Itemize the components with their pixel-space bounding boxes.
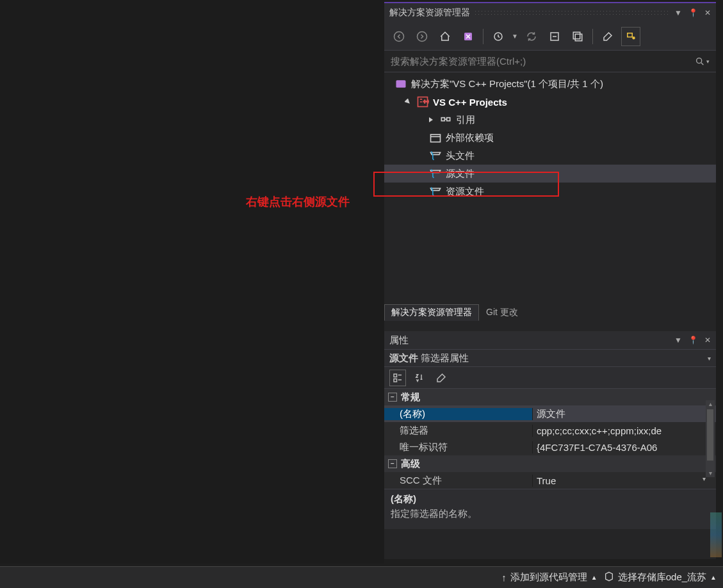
scrollbar[interactable]: ▴ ▾ <box>706 400 715 477</box>
svg-point-9 <box>697 58 702 63</box>
forward-button[interactable] <box>412 27 432 46</box>
statusbar: ↑ 添加到源代码管理 ▲ 选择存储库ode_流苏 ▲ <box>0 566 723 588</box>
alphabetical-button[interactable] <box>411 370 428 386</box>
collapse-icon[interactable]: − <box>388 459 397 468</box>
help-description: 指定筛选器的名称。 <box>391 508 710 520</box>
references-node[interactable]: 引用 <box>384 111 716 129</box>
references-icon <box>439 113 452 126</box>
preview-button[interactable] <box>621 27 640 46</box>
arrow-up-icon: ↑ <box>501 572 507 583</box>
filter-folder-icon <box>429 167 442 180</box>
solution-icon <box>394 78 407 90</box>
collapse-all-button[interactable] <box>545 27 564 46</box>
dropdown-icon[interactable]: ▼ <box>674 336 682 345</box>
svg-rect-15 <box>431 135 441 142</box>
properties-title: 属性 <box>389 334 409 347</box>
pin-icon[interactable]: 📍 <box>688 336 698 345</box>
expand-arrow-icon[interactable] <box>403 97 412 106</box>
folder-icon <box>429 131 442 144</box>
show-all-files-button[interactable] <box>568 27 587 46</box>
prop-filter[interactable]: 筛选器 cpp;c;cc;cxx;c++;cppm;ixx;de <box>384 422 716 439</box>
help-name: (名称) <box>391 493 710 505</box>
repo-icon <box>604 571 614 584</box>
search-input[interactable] <box>391 56 695 67</box>
svg-rect-10 <box>396 80 406 88</box>
svg-point-8 <box>633 37 635 38</box>
panel-title: 解决方案资源管理器 <box>389 7 470 19</box>
caret-icon: ▲ <box>591 574 597 581</box>
svg-rect-13 <box>441 118 444 121</box>
annotation-text: 右键点击右侧源文件 <box>246 194 350 209</box>
prop-scc[interactable]: SCC 文件 True ▾ <box>384 472 716 489</box>
categorized-button[interactable] <box>389 370 406 386</box>
svg-rect-6 <box>575 34 582 41</box>
dropdown-caret[interactable]: ▼ <box>512 33 518 40</box>
category-general[interactable]: − 常规 <box>384 389 716 405</box>
title-grip[interactable] <box>474 10 670 16</box>
add-source-control-button[interactable]: ↑ 添加到源代码管理 ▲ <box>501 571 597 584</box>
tab-git-changes[interactable]: Git 更改 <box>479 304 525 321</box>
dropdown-icon[interactable]: ▼ <box>674 8 682 17</box>
svg-rect-7 <box>628 33 633 37</box>
props-subject-name: 源文件 <box>389 352 418 363</box>
filter-folder-icon <box>429 185 442 198</box>
caret-icon: ▲ <box>710 574 717 581</box>
svg-rect-5 <box>573 32 580 39</box>
pin-icon[interactable]: 📍 <box>688 8 698 17</box>
sources-node[interactable]: 源文件 <box>384 165 716 183</box>
pending-changes-button[interactable] <box>489 27 508 46</box>
prop-name[interactable]: (名称) 源文件 <box>384 405 716 422</box>
svg-rect-16 <box>394 374 397 377</box>
back-button[interactable] <box>389 27 409 46</box>
tab-solution-explorer[interactable]: 解决方案资源管理器 <box>384 304 479 321</box>
collapse-icon[interactable]: − <box>388 393 397 402</box>
wrench-button[interactable] <box>433 370 450 386</box>
collapse-arrow-icon[interactable] <box>426 115 435 124</box>
panel-tabs: 解决方案资源管理器 Git 更改 <box>384 303 716 321</box>
project-node[interactable]: ++ VS C++ Projects <box>384 93 716 111</box>
switch-views-button[interactable] <box>459 27 478 46</box>
solution-toolbar: ▼ <box>384 22 716 51</box>
editor-area <box>0 0 384 564</box>
external-deps-node[interactable]: 外部依赖项 <box>384 129 716 147</box>
subject-dropdown[interactable]: ▾ <box>708 355 711 362</box>
properties-button[interactable] <box>598 27 617 46</box>
svg-text:++: ++ <box>423 99 429 105</box>
svg-point-0 <box>394 31 404 41</box>
category-advanced[interactable]: − 高级 <box>384 455 716 472</box>
resources-node[interactable]: 资源文件 <box>384 183 716 200</box>
filter-folder-icon <box>429 149 442 162</box>
sidebar-indicator <box>710 512 722 557</box>
search-icon[interactable]: ▾ <box>695 56 710 67</box>
select-repo-button[interactable]: 选择存储库ode_流苏 ▲ <box>604 571 717 584</box>
sync-button[interactable] <box>522 27 541 46</box>
solution-node[interactable]: 解决方案"VS C++ Projects"(1 个项目/共 1 个) <box>384 75 716 93</box>
home-button[interactable] <box>435 27 455 46</box>
headers-node[interactable]: 头文件 <box>384 147 716 165</box>
svg-point-1 <box>418 31 427 41</box>
props-subject-type: 筛选器属性 <box>421 352 469 363</box>
solution-tree: 解决方案"VS C++ Projects"(1 个项目/共 1 个) ++ VS… <box>384 72 716 303</box>
project-icon: ++ <box>416 95 429 108</box>
close-icon[interactable]: ✕ <box>704 8 711 17</box>
svg-rect-14 <box>447 118 450 121</box>
close-icon[interactable]: ✕ <box>704 336 711 345</box>
prop-uid[interactable]: 唯一标识符 {4FC737F1-C7A5-4376-A06 <box>384 439 716 455</box>
svg-rect-17 <box>394 379 397 382</box>
